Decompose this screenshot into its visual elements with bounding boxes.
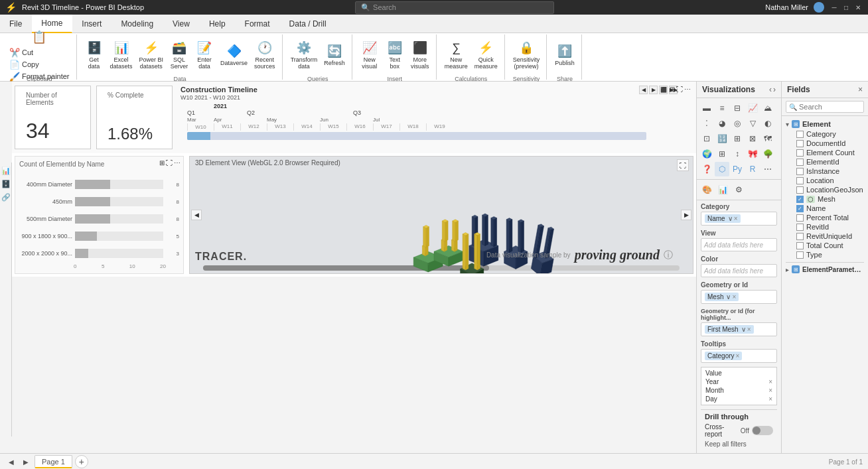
viz-clustered-bar-icon[interactable]: ≡ [715,101,729,115]
field-documentid[interactable]: DocumentId [786,139,864,148]
field-isinstance-checkbox[interactable] [796,168,804,175]
watermark-info-icon[interactable]: ⓘ [664,249,673,261]
field-type[interactable]: Type [786,250,864,259]
field-location[interactable]: Location [786,176,864,185]
viz-settings-icon[interactable]: ⚙ [731,182,746,197]
tooltip-year-remove[interactable]: × [768,378,772,385]
field-mesh-checkbox[interactable]: ✓ [796,196,804,203]
field-elementcount[interactable]: Element Count [786,148,864,157]
tab-modeling[interactable]: Modeling [111,15,163,33]
bar-chart-focus-icon[interactable]: ⛶ [166,159,173,167]
page-1-tab[interactable]: Page 1 [35,455,72,468]
well-view-box[interactable]: Add data fields here [701,238,777,251]
viz-100pct-bar-icon[interactable]: ⊟ [730,101,745,115]
viz-area-icon[interactable]: ⛰ [760,101,775,115]
page-next-button[interactable]: ▶ [20,456,32,468]
timeline-more-icon[interactable]: ⋯ [684,86,691,93]
add-page-button[interactable]: + [75,455,88,468]
field-location-checkbox[interactable] [796,177,804,184]
viz-python-icon[interactable]: Py [730,162,745,176]
viz-kpi-icon[interactable]: 🔢 [715,131,729,146]
get-data-button[interactable]: 🗄️ Getdata [82,36,106,74]
new-measure-button[interactable]: ∑ Newmeasure [442,36,470,74]
well-geometry-id-dropdown[interactable]: ∨ [726,293,731,301]
field-totalcount[interactable]: Total Count [786,241,864,250]
cut-button[interactable]: ✂️ Cut [7,46,72,58]
more-visuals-button[interactable]: ⬛ Morevisuals [408,36,432,74]
timeline-focus-icon[interactable]: ⛶ [676,86,683,93]
viz-matrix-icon[interactable]: ⊠ [745,131,760,146]
well-geometry-highlight-box[interactable]: First Mesh ∨ × [701,322,777,336]
tab-view[interactable]: View [163,15,200,33]
excel-button[interactable]: 📊 Exceldatasets [108,36,135,74]
viz-r-icon[interactable]: R [745,162,760,176]
field-locationgeojson[interactable]: LocationGeoJson [786,185,864,194]
tab-format[interactable]: Format [236,15,280,33]
dataverse-button[interactable]: 🔷 Dataverse [218,36,250,74]
refresh-button[interactable]: 🔄 Refresh [321,36,348,74]
field-category-checkbox[interactable] [796,131,804,138]
sensitivity-button[interactable]: 🔒 Sensitivity(preview) [510,36,543,74]
fields-search-input[interactable] [799,103,861,111]
sidebar-data-icon[interactable]: 🗄️ [1,178,11,189]
tab-help[interactable]: Help [200,15,236,33]
viz-format-icon[interactable]: 🎨 [699,182,714,197]
paste-button[interactable]: 📋 [7,28,72,46]
field-revitid[interactable]: RevitId [786,222,864,232]
viz-stacked-bar-icon[interactable]: ▬ [699,101,714,115]
well-geometry-highlight-dropdown[interactable]: ∨ [741,326,746,333]
well-category-box[interactable]: Name ∨ × [701,212,777,226]
viz-panel-left-arrow[interactable]: ‹ [769,85,772,94]
viz-custom-icon[interactable]: ⬡ [715,162,729,176]
viz-pie-icon[interactable]: ◕ [715,116,729,131]
fields-search-box[interactable]: 🔍 [786,101,864,113]
viz-ribbon-icon[interactable]: 🎀 [745,147,760,161]
field-revituniqueid[interactable]: RevitUniqueId [786,232,864,241]
viz-filled-map-icon[interactable]: 🌍 [699,147,714,161]
titlebar-search-box[interactable]: 🔍 Search [355,1,554,14]
well-category-dropdown[interactable]: ∨ [728,215,733,222]
tab-insert[interactable]: Insert [72,15,111,33]
sidebar-model-icon[interactable]: 🔗 [1,192,11,202]
field-mesh[interactable]: ✓ ⬡ Mesh [786,194,864,204]
minimize-button[interactable]: ─ [830,3,839,12]
viz-card-icon[interactable]: ⊡ [699,131,714,146]
text-box-button[interactable]: 🔤 Textbox [383,36,407,74]
field-percenttotal[interactable]: Percent Total [786,213,864,222]
viz-map-icon[interactable]: 🗺 [760,131,775,146]
maximize-button[interactable]: □ [841,3,851,12]
field-isinstance[interactable]: IsInstance [786,167,864,176]
cross-report-toggle[interactable] [752,426,773,435]
transform-button[interactable]: ⚙️ Transformdata [288,36,321,74]
enter-data-button[interactable]: 📝 Enterdata [192,36,216,74]
well-geometry-id-box[interactable]: Mesh ∨ × [701,290,777,304]
recent-sources-button[interactable]: 🕐 Recentsources [252,36,278,74]
viz-decomp-icon[interactable]: 🌳 [760,147,775,161]
viz-panel-right-arrow[interactable]: › [773,85,776,94]
viz-scatter-icon[interactable]: ⁚ [699,116,714,131]
powerbi-datasets-button[interactable]: ⚡ Power BIdatasets [137,36,167,74]
viz-qa-icon[interactable]: ❓ [699,162,714,176]
timeline-prev[interactable]: ◀ [639,86,648,94]
tab-data-drill[interactable]: Data / Drill [280,15,336,33]
field-name[interactable]: ✓ Name [786,204,864,213]
viz-gauge-icon[interactable]: ◐ [760,116,775,131]
tooltip-day-remove[interactable]: × [768,395,772,403]
well-category-remove[interactable]: × [734,215,738,222]
field-category[interactable]: Category [786,129,864,139]
fields-panel-close-icon[interactable]: × [858,85,863,94]
viz-donut-icon[interactable]: ◎ [730,116,745,131]
viz-analytics-icon[interactable]: 📊 [715,182,730,197]
timeline-filter-icon[interactable]: ⊞ [670,86,675,93]
fields-element-group-header[interactable]: ▾ ⊞ Element [786,119,864,129]
quick-measure-button[interactable]: ⚡ Quickmeasure [472,36,500,74]
viz-waterfall-icon[interactable]: ↕ [730,147,745,161]
well-geometry-highlight-remove[interactable]: × [747,326,751,333]
field-totalcount-checkbox[interactable] [796,242,804,249]
bar-chart-filter-icon[interactable]: ⊞ [159,159,165,167]
viz-line-icon[interactable]: 📈 [745,101,760,115]
field-percenttotal-checkbox[interactable] [796,214,804,222]
timeline-next2[interactable]: ⬛ [659,86,668,94]
fields-elementparamtext-header[interactable]: ▸ ⊞ ElementParameterText... [786,262,864,275]
timeline-next1[interactable]: ▶ [649,86,658,94]
